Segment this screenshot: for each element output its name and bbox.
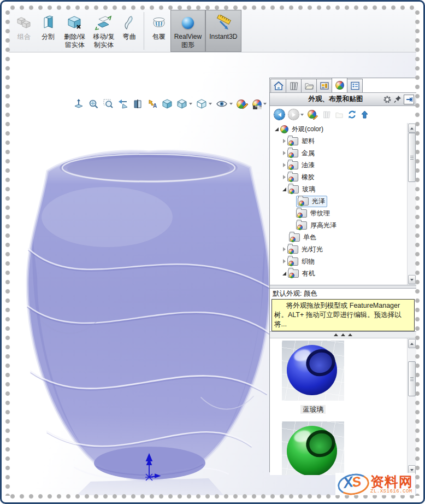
tree-item-plastic[interactable]: 塑料 — [270, 135, 416, 147]
appearance-folder-icon — [287, 161, 298, 169]
expander-closed-icon[interactable] — [283, 175, 286, 179]
tree-item-gloss[interactable]: 光泽 — [270, 195, 416, 207]
instant3d-button[interactable]: Instant3D — [205, 10, 241, 52]
split-button[interactable]: 分割 — [36, 10, 60, 52]
apply-scene-icon[interactable] — [252, 98, 267, 109]
scroll-up-arrow[interactable] — [408, 339, 416, 348]
move-copy-body-label: 移动/复 制实体 — [93, 33, 114, 49]
chevron-down-icon[interactable] — [209, 103, 212, 105]
zoom-to-fit-icon[interactable] — [88, 98, 99, 109]
swatch-blue-glass[interactable] — [282, 341, 344, 401]
view-orientation-icon[interactable] — [196, 98, 212, 109]
watermark-logo: X S — [336, 471, 371, 495]
chevron-down-icon[interactable] — [229, 103, 233, 105]
sphere-cutout — [302, 345, 339, 380]
pin-icon[interactable] — [394, 95, 402, 103]
up-level-button[interactable] — [361, 110, 369, 119]
scroll-up-arrow[interactable] — [408, 124, 416, 133]
tree-item-appearances[interactable]: 外观(color) — [270, 123, 416, 135]
chevron-down-icon[interactable] — [189, 103, 192, 105]
tree-item-thick-gloss[interactable]: 厚高光泽 — [270, 219, 416, 231]
tree-scrollbar[interactable] — [407, 123, 416, 285]
tree-item-solid-color[interactable]: 单色 — [270, 231, 416, 243]
expander-open-icon[interactable] — [282, 187, 286, 191]
back-button[interactable] — [274, 109, 285, 120]
delete-keep-body-icon — [67, 13, 83, 33]
gear-icon[interactable] — [383, 95, 392, 104]
tab-file-explorer[interactable] — [301, 79, 317, 92]
expander-closed-icon[interactable] — [283, 139, 286, 143]
appearance-folder-icon — [298, 197, 309, 206]
expander-closed-icon[interactable] — [283, 259, 286, 263]
pane-divider — [270, 285, 416, 289]
pane-splitter-handle[interactable] — [270, 331, 416, 338]
tree-item-lights[interactable]: 光/灯光 — [270, 243, 416, 255]
appearance-folder-icon — [287, 149, 298, 157]
appearance-tree: 外观(color) 塑料 金属 油漆 橡胶 — [270, 123, 416, 285]
move-copy-body-button[interactable]: 移动/复 制实体 — [89, 10, 118, 52]
heads-up-view-toolbar: A — [73, 98, 286, 109]
view-cube-icon[interactable] — [162, 98, 173, 109]
expander-closed-icon[interactable] — [283, 151, 286, 155]
tree-item-metal[interactable]: 金属 — [270, 147, 416, 159]
vase-model[interactable] — [9, 140, 282, 495]
ribbon-separator — [144, 12, 144, 50]
selected-item-highlight: 光泽 — [296, 196, 327, 207]
tab-design-library[interactable] — [286, 79, 302, 92]
expander-open-icon[interactable] — [275, 127, 279, 131]
flex-button[interactable]: 弯曲 — [119, 10, 140, 52]
expander-open-icon[interactable] — [282, 272, 286, 276]
chevron-down-icon[interactable] — [263, 103, 267, 105]
tree-item-rubber[interactable]: 橡胶 — [270, 171, 416, 183]
tree-item-paint[interactable]: 油漆 — [270, 159, 416, 171]
add-file-button — [322, 110, 331, 119]
scroll-thumb[interactable] — [408, 133, 416, 182]
tab-appearances-scenes[interactable] — [332, 78, 347, 92]
realview-label: RealView 图形 — [174, 33, 202, 49]
tree-item-glass[interactable]: 玻璃 — [270, 183, 416, 195]
annotation-view-icon[interactable]: A — [147, 98, 158, 109]
swatches-scrollbar[interactable] — [407, 338, 416, 475]
appearance-folder-icon — [287, 173, 298, 181]
section-view-icon[interactable] — [132, 98, 143, 109]
tree-item-fabric[interactable]: 织物 — [270, 255, 416, 267]
scroll-thumb[interactable] — [408, 361, 416, 396]
task-pane-titlebar: 外观、布景和贴图 — [270, 92, 416, 106]
tab-solidworks-resources[interactable] — [270, 79, 286, 92]
command-ribbon: 组合 分割 删除/保 留实体 移动/复 制实体 弯曲 包覆 — [9, 9, 416, 52]
scroll-down-arrow[interactable] — [408, 275, 416, 284]
task-pane: 外观、布景和贴图 — [269, 78, 416, 472]
combine-button: 组合 — [12, 10, 36, 52]
appearance-folder-icon — [288, 269, 299, 278]
realview-sphere-icon — [182, 13, 194, 33]
chevron-down-icon[interactable] — [300, 114, 304, 116]
appearance-folder-icon — [287, 257, 298, 266]
tree-item-textured[interactable]: 带纹理 — [270, 207, 416, 219]
flex-label: 弯曲 — [123, 33, 136, 41]
expander-closed-icon[interactable] — [283, 247, 286, 251]
hide-show-items-icon[interactable] — [216, 98, 233, 109]
watermark: X S 资料网 ZL.XS1616.COM — [335, 473, 415, 495]
realview-button[interactable]: RealView 图形 — [170, 10, 205, 52]
refresh-button[interactable] — [347, 110, 357, 119]
sphere-cutout — [302, 426, 339, 461]
display-style-icon[interactable] — [176, 98, 192, 109]
flex-icon — [122, 13, 137, 33]
delete-keep-body-label: 删除/保 留实体 — [64, 33, 85, 49]
previous-view-icon[interactable] — [117, 98, 128, 109]
edit-appearance-icon[interactable] — [237, 98, 249, 109]
tab-view-palette[interactable] — [316, 79, 332, 92]
zoom-to-area-icon[interactable] — [103, 98, 114, 109]
zoom-modify-icon[interactable] — [73, 98, 84, 109]
forward-button[interactable] — [288, 109, 304, 120]
combine-label: 组合 — [17, 33, 31, 41]
expander-closed-icon[interactable] — [283, 163, 286, 167]
tree-item-organic[interactable]: 有机 — [270, 267, 416, 279]
tab-custom-properties[interactable] — [347, 79, 363, 92]
collapse-pane-button[interactable] — [404, 95, 414, 104]
appearance-nav-toolbar — [270, 106, 416, 123]
wrap-button[interactable]: 包覆 — [147, 10, 170, 52]
delete-keep-body-button[interactable]: 删除/保 留实体 — [60, 10, 89, 52]
swatch-green-glass[interactable] — [282, 421, 344, 475]
edit-appearance-button[interactable] — [308, 110, 318, 120]
